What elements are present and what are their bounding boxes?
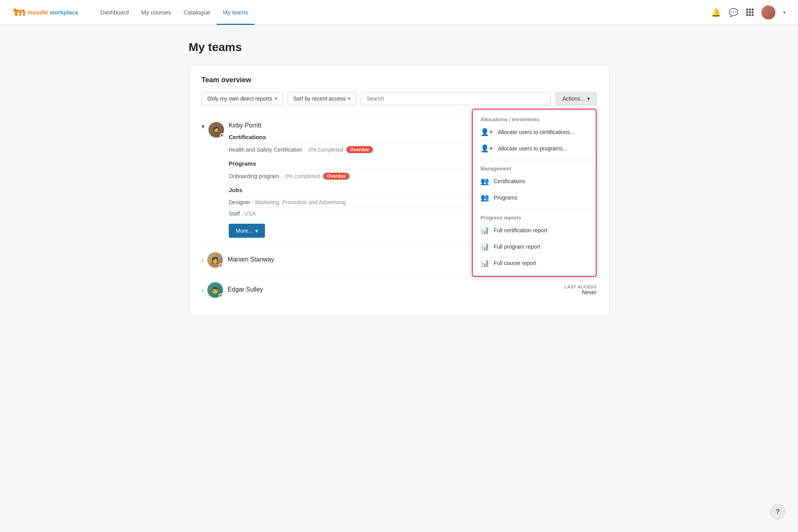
sort-label: Sort by recent access [293,95,346,102]
last-access-edgar: LAST ACCESS Never [550,285,597,295]
dropdown-divider-1 [473,160,596,160]
prog-progress: · 0% completed [282,173,320,179]
toolbar: Only my own direct reports ▾ Sort by rec… [201,92,597,105]
dropdown-item-certifications-allocate-label: Allocate users to certifications... [498,129,575,135]
avatar-image [761,5,775,19]
overdue-badge-prog: Overdue [323,173,350,180]
user-avatar[interactable] [761,5,775,19]
logo[interactable]: moodle workplace [12,7,78,18]
prog-report-icon: 📊 [480,242,489,251]
dropdown-section-allocations: Allocations / enrolments [473,114,596,124]
job-dept-2: · USA [241,210,256,217]
page-title: My teams [189,41,609,54]
apps-button[interactable] [746,9,754,16]
dropdown-section-management: Management [473,163,596,173]
dropdown-item-programs-allocate[interactable]: 👤+ Allocate users to programs... [473,140,596,157]
job-role-2: Staff [229,210,240,217]
manage-prog-icon: 👥 [480,193,489,202]
actions-chevron-icon: ▾ [587,95,590,102]
prog-name: Onboarding program [229,173,279,179]
cert-report-icon: 📊 [480,226,489,235]
search-input[interactable] [361,92,551,105]
expand-button-edgar[interactable]: › [201,286,203,294]
dropdown-item-programs-manage[interactable]: 👥 Programs [473,189,596,206]
allocate-prog-icon: 👤+ [480,144,493,153]
dropdown-item-programs-allocate-label: Allocate users to programs... [498,145,567,152]
dropdown-item-prog-report-label: Full program report [494,244,540,250]
nav-links: Dashboard My courses Catalogue My teams [94,0,254,25]
logo-moodle: moodle [27,9,48,16]
job-dept-1: · Marketing, Promotion and Advertising [252,199,346,205]
dropdown-item-prog-report[interactable]: 📊 Full program report [473,239,596,255]
dropdown-item-certifications-manage[interactable]: 👥 Certifications [473,173,596,189]
online-indicator-mariam [219,263,222,267]
filter-chevron-icon: ▾ [275,96,277,101]
last-access-label-edgar: LAST ACCESS [550,285,597,289]
last-access-value-edgar: Never [550,289,597,295]
member-info-edgar: Edgar Sulley [228,286,550,294]
online-indicator-edgar [219,293,222,297]
cert-name: Health and Safety Certification [229,147,302,153]
dropdown-item-certifications-allocate[interactable]: 👤+ Allocate users to certifications... [473,124,596,140]
course-report-icon: 📊 [480,259,489,267]
navbar: moodle workplace Dashboard My courses Ca… [0,0,798,25]
dropdown-item-cert-report[interactable]: 📊 Full certification report [473,222,596,239]
sort-select[interactable]: Sort by recent access ▾ [288,92,357,105]
expand-button-kirby[interactable]: ▾ [201,122,205,130]
actions-dropdown: Allocations / enrolments 👤+ Allocate use… [472,109,597,277]
nav-my-teams[interactable]: My teams [217,0,254,25]
actions-button[interactable]: Actions... ▾ [556,92,597,105]
team-card: Team overview Only my own direct reports… [189,65,609,316]
avatar-mariam-initials: 👩 [211,256,219,264]
messages-button[interactable]: 💬 [729,8,738,17]
avatar-edgar: 👨 [207,282,223,298]
dropdown-item-course-report-label: Full course report [494,260,536,266]
cert-progress: · 0% completed [305,147,343,153]
expand-button-mariam[interactable]: › [201,256,203,264]
sort-chevron-icon: ▾ [348,96,350,101]
member-name-edgar: Edgar Sulley [228,286,550,293]
dropdown-item-certifications-manage-label: Certifications [494,178,525,184]
card-title: Team overview [201,76,597,84]
svg-point-0 [13,9,16,12]
job-role-1: Designer [229,199,251,205]
dropdown-item-cert-report-label: Full certification report [494,227,547,233]
nav-my-courses[interactable]: My courses [135,0,178,25]
actions-label: Actions... [562,95,585,102]
online-indicator-kirby [220,133,224,137]
filter-label: Only my own direct reports [207,95,272,102]
avatar-kirby-initials: 🧔 [212,126,220,134]
overdue-badge: Overdue [346,146,373,153]
more-chevron-icon: ▾ [255,228,258,234]
dropdown-section-reports: Progress reports [473,212,596,222]
nav-dashboard[interactable]: Dashboard [94,0,135,25]
filter-select[interactable]: Only my own direct reports ▾ [201,92,283,105]
avatar-edgar-initials: 👨 [211,286,219,294]
manage-cert-icon: 👥 [480,177,489,186]
main-content: My teams Team overview Only my own direc… [165,25,633,332]
avatar-mariam: 👩 [207,252,223,268]
chevron-down-icon[interactable]: ▾ [783,10,786,15]
more-label: More... [236,228,253,234]
dropdown-divider-2 [473,209,596,209]
grid-icon [746,9,754,16]
logo-workplace: workplace [50,9,78,16]
nav-catalogue[interactable]: Catalogue [177,0,216,25]
avatar-kirby: 🧔 [208,122,224,138]
nav-right: 🔔 💬 ▾ [711,5,786,19]
dropdown-item-programs-manage-label: Programs [494,194,517,201]
allocate-cert-icon: 👤+ [480,128,493,136]
dropdown-item-course-report[interactable]: 📊 Full course report [473,255,596,271]
notifications-button[interactable]: 🔔 [711,8,721,17]
table-row: › 👨 Edgar Sulley LAST ACCESS Never [201,275,597,305]
more-button[interactable]: More... ▾ [229,224,265,238]
